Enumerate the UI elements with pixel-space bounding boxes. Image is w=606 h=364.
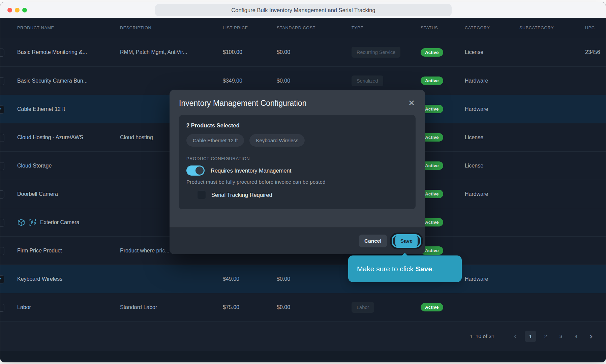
column-header-subcategory[interactable]: SUBCATEGORY xyxy=(519,26,585,30)
category-cell: License xyxy=(465,134,519,141)
page-button-2[interactable]: 2 xyxy=(540,331,551,342)
column-header-status[interactable]: STATUS xyxy=(421,26,465,30)
status-cell: Active xyxy=(421,190,465,198)
status-cell: Active xyxy=(421,246,465,255)
product-name: Basic Remote Monitoring &... xyxy=(17,49,87,55)
column-header-standard-cost[interactable]: STANDARD COST xyxy=(277,26,352,30)
standard-cost-cell: $0.00 xyxy=(277,49,352,55)
row-checkbox[interactable] xyxy=(0,190,4,199)
product-configuration-label: PRODUCT CONFIGURATION xyxy=(186,156,408,161)
product-name-cell: Basic Security Camera Bun... xyxy=(17,78,120,84)
page-button-1[interactable]: 1 xyxy=(525,331,536,342)
column-header-product-name[interactable]: PRODUCT NAME xyxy=(17,26,120,30)
close-window-button[interactable] xyxy=(7,8,12,12)
category-cell: License xyxy=(465,163,519,169)
modal-footer: Cancel Save xyxy=(170,228,425,254)
row-checkbox[interactable] xyxy=(0,247,4,255)
window-footer xyxy=(0,351,606,360)
page-button-3[interactable]: 3 xyxy=(555,331,567,342)
product-name-cell: Keyboard Wireless xyxy=(17,276,120,282)
column-header-upc[interactable]: UPC xyxy=(585,26,595,30)
standard-cost-cell: $0.00 xyxy=(277,304,352,310)
zoom-window-button[interactable] xyxy=(22,8,27,12)
product-name: Firm Price Product xyxy=(17,248,62,254)
list-price-cell: $349.00 xyxy=(223,78,277,84)
row-checkbox[interactable]: ✓ xyxy=(0,105,4,114)
check-icon: ✓ xyxy=(0,106,2,113)
previous-page-icon[interactable]: ‹ xyxy=(510,331,521,342)
row-checkbox[interactable] xyxy=(0,304,4,312)
status-cell: Active xyxy=(421,303,465,311)
product-name: Cloud Storage xyxy=(17,163,52,169)
save-button[interactable]: Save xyxy=(395,235,418,247)
column-header-type[interactable]: TYPE xyxy=(352,26,421,30)
window-title: Configure Bulk Inventory Management and … xyxy=(155,4,452,16)
product-name-cell: Cloud Storage xyxy=(17,163,120,169)
product-name: Basic Security Camera Bun... xyxy=(17,78,88,84)
category-cell: Hardware xyxy=(465,106,519,112)
table-row[interactable]: LaborStandard Labor$75.00$0.00LaborActiv… xyxy=(0,293,606,321)
product-name: Exterior Camera xyxy=(40,219,79,225)
product-name-cell: Doorbell Camera xyxy=(17,191,120,197)
status-cell: Active xyxy=(421,133,465,142)
pagination-bar: 1–10 of 31 ‹ 1234 › xyxy=(0,321,606,351)
serial-tracking-checkbox[interactable] xyxy=(197,190,206,199)
type-cell: Labor xyxy=(352,302,421,313)
category-cell: License xyxy=(465,49,519,55)
table-row[interactable]: Basic Remote Monitoring &...RMM, Patch M… xyxy=(0,38,606,66)
selected-product-chips: Cable Ethernet 12 ftKeyboard Wireless xyxy=(186,134,408,147)
row-checkbox[interactable] xyxy=(0,162,4,170)
save-highlight-ring: Save xyxy=(392,234,421,248)
table-header: PRODUCT NAMEDESCRIPTIONLIST PRICESTANDAR… xyxy=(0,18,606,38)
product-name-cell: Cable Ethernet 12 ft xyxy=(17,106,120,112)
standard-cost-cell: $0.00 xyxy=(277,276,352,282)
product-name-cell: Firm Price Product xyxy=(17,248,120,254)
type-cell: Recurring Service xyxy=(352,47,421,58)
category-cell: Hardware xyxy=(465,191,519,197)
product-name: Keyboard Wireless xyxy=(17,276,62,282)
requires-inventory-toggle[interactable] xyxy=(186,165,205,176)
type-chip: Labor xyxy=(352,302,374,313)
status-badge: Active xyxy=(421,303,443,311)
column-header-category[interactable]: CATEGORY xyxy=(465,26,519,30)
close-icon[interactable]: ✕ xyxy=(406,98,417,109)
status-cell: Active xyxy=(421,218,465,226)
pagination-range-label: 1–10 of 31 xyxy=(470,333,494,339)
check-icon: ✓ xyxy=(0,276,2,283)
row-checkbox[interactable] xyxy=(0,77,4,85)
status-cell: Active xyxy=(421,48,465,57)
product-name-cell: Cloud Hosting - Azure/AWS xyxy=(17,134,120,141)
row-checkbox[interactable] xyxy=(0,134,4,142)
row-checkbox[interactable]: ✓ xyxy=(0,275,4,283)
product-name-cell: Exterior Camera xyxy=(17,218,120,226)
page-buttons: 1234 xyxy=(521,331,582,342)
list-price-cell: $49.00 xyxy=(223,276,277,282)
product-name: Labor xyxy=(17,304,31,310)
selected-product-chip: Keyboard Wireless xyxy=(249,134,305,147)
list-price-cell: $100.00 xyxy=(223,49,277,55)
page-button-4[interactable]: 4 xyxy=(570,331,582,342)
cancel-button[interactable]: Cancel xyxy=(359,235,387,247)
minimize-window-button[interactable] xyxy=(15,8,20,12)
save-hint-tooltip: Make sure to click Save. xyxy=(348,255,462,282)
titlebar: Configure Bulk Inventory Management and … xyxy=(0,2,606,18)
type-cell: Serialized xyxy=(352,75,421,86)
product-name: Cloud Hosting - Azure/AWS xyxy=(17,134,83,141)
tooltip-text: Make sure to click xyxy=(357,265,416,273)
row-checkbox[interactable] xyxy=(0,219,4,227)
barcode-icon xyxy=(29,218,37,226)
status-cell: Active xyxy=(421,161,465,170)
product-name-cell: Labor xyxy=(17,304,120,310)
row-checkbox[interactable] xyxy=(0,49,4,57)
status-cell: Active xyxy=(421,105,465,113)
modal-header: Inventory Management Configuration ✕ xyxy=(170,90,425,115)
modal-title: Inventory Management Configuration xyxy=(179,99,306,108)
column-header-description[interactable]: DESCRIPTION xyxy=(120,26,223,30)
table-row[interactable]: ✓Keyboard Wireless$49.00$0.00Hardware xyxy=(0,265,606,293)
requires-inventory-label: Requires Inventory Management xyxy=(211,168,291,174)
type-chip: Recurring Service xyxy=(352,47,400,58)
category-cell: Hardware xyxy=(465,276,519,282)
next-page-icon[interactable]: › xyxy=(585,331,597,342)
column-header-list-price[interactable]: LIST PRICE xyxy=(223,26,277,30)
toggle-help-text: Product must be fully procured before in… xyxy=(186,179,408,185)
